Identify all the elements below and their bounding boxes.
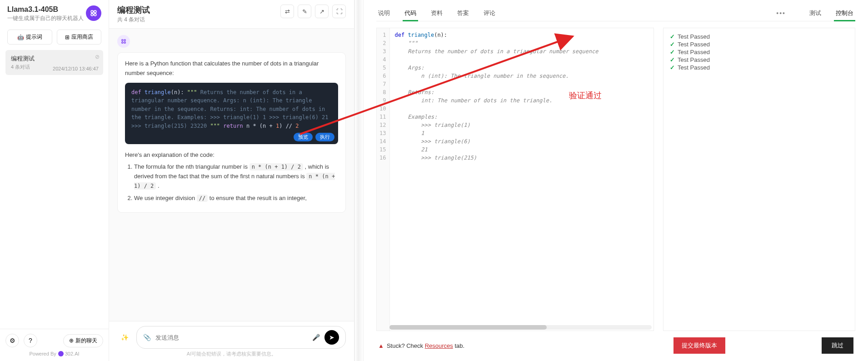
tab-答案[interactable]: 答案	[455, 5, 471, 21]
plus-icon: ⊕	[69, 337, 74, 344]
prompt-button[interactable]: 🤖 提示词	[7, 30, 52, 45]
tab-代码[interactable]: 代码	[403, 5, 418, 21]
fullscreen-button[interactable]: ⛶	[332, 5, 346, 18]
tab-说明[interactable]: 说明	[376, 5, 392, 21]
model-title: Llama3.1-405B	[7, 5, 84, 14]
disclaimer: AI可能会犯错误，请考虑核实重要信息。	[117, 351, 346, 357]
right-panel: 说明代码资料答案评论 ••• 测试控制台 1234567891011121314…	[364, 0, 868, 361]
swap-icon: ⇄	[285, 8, 290, 15]
swap-button[interactable]: ⇄	[280, 5, 294, 18]
left-sidebar: Llama3.1-405B 一键生成属于自己的聊天机器人 🤖 提示词 ⊞ 应用商…	[0, 0, 109, 361]
explain-heading: Here's an explanation of the code:	[125, 150, 338, 160]
model-subtitle: 一键生成属于自己的聊天机器人	[7, 15, 84, 22]
check-icon: ✓	[670, 33, 675, 40]
inline-code: //	[197, 195, 208, 202]
svg-point-1	[94, 10, 96, 13]
pencil-icon: ✎	[302, 8, 307, 15]
magic-button[interactable]: ✨	[117, 330, 132, 345]
skip-button[interactable]: 跳过	[822, 337, 853, 354]
test-result-row: ✓Test Passed	[670, 40, 848, 48]
right-tabs: 说明代码资料答案评论 ••• 测试控制台	[376, 4, 855, 21]
settings-button[interactable]: ⚙	[5, 334, 19, 347]
check-icon: ✓	[670, 56, 675, 63]
submit-button[interactable]: 提交最终版本	[673, 337, 725, 354]
conversation-time: 2024/12/10 13:46:47	[53, 66, 99, 71]
chat-column: 编程测试 共 4 条对话 ⇄ ✎ ↗ ⛶ Here is a Python fu…	[109, 0, 354, 361]
svg-point-0	[91, 10, 93, 13]
resources-link[interactable]: Resources	[425, 342, 453, 349]
check-icon: ✓	[670, 64, 675, 71]
svg-point-5	[124, 40, 125, 41]
grid-icon: ⊞	[65, 34, 70, 40]
send-icon: ➤	[329, 334, 334, 341]
edit-button[interactable]: ✎	[298, 5, 311, 18]
svg-point-6	[122, 42, 123, 43]
help-button[interactable]: ?	[24, 334, 37, 347]
close-icon[interactable]: ⊘	[95, 54, 100, 60]
brand-dot-icon	[58, 351, 64, 356]
test-result-row: ✓Test Passed	[670, 64, 848, 71]
inline-code: n * (n + 1) / 2	[249, 163, 303, 170]
assistant-message: Here is a Python function that calculate…	[117, 52, 346, 213]
execute-button[interactable]: 执行	[315, 133, 334, 141]
horizontal-scrollbar[interactable]	[389, 325, 652, 330]
app-store-button[interactable]: ⊞ 应用商店	[57, 30, 102, 45]
mic-icon[interactable]: 🎤	[312, 334, 320, 341]
chat-subtitle: 共 4 条对话	[117, 16, 150, 24]
sparkle-icon: ✨	[121, 334, 129, 341]
test-results: ✓Test Passed✓Test Passed✓Test Passed✓Tes…	[663, 28, 855, 331]
preview-button[interactable]: 预览	[294, 133, 313, 141]
robot-icon: 🤖	[17, 34, 24, 40]
tab-资料[interactable]: 资料	[429, 5, 444, 21]
check-icon: ✓	[670, 41, 675, 48]
warning-icon: ▲	[378, 342, 384, 349]
svg-point-3	[94, 14, 96, 16]
gear-icon: ⚙	[10, 337, 15, 344]
line-gutter: 12345678910111213141516	[377, 28, 390, 331]
tab-测试[interactable]: 测试	[808, 5, 823, 21]
more-icon[interactable]: •••	[776, 10, 786, 17]
prompt-label: 提示词	[26, 33, 42, 41]
store-label: 应用商店	[71, 33, 93, 41]
input-box: 📎 🎤 ➤	[136, 326, 346, 349]
conversation-item[interactable]: 编程测试 4 条对话 2024/12/10 13:46:47 ⊘	[5, 50, 103, 75]
new-chat-button[interactable]: ⊕ 新的聊天	[63, 334, 103, 347]
chat-title: 编程测试	[117, 5, 150, 15]
tab-控制台[interactable]: 控制台	[834, 5, 855, 21]
test-result-row: ✓Test Passed	[670, 48, 848, 56]
message-intro: Here is a Python function that calculate…	[125, 59, 338, 78]
vertical-divider[interactable]	[354, 0, 364, 361]
code-area[interactable]: def triangle(n): """ Returns the number …	[390, 28, 653, 331]
conversation-title: 编程测试	[11, 55, 98, 63]
svg-point-4	[122, 40, 123, 41]
test-result-row: ✓Test Passed	[670, 56, 848, 64]
check-icon: ✓	[670, 49, 675, 55]
share-icon: ↗	[319, 8, 324, 15]
code-block: def triangle(n): """ Returns the number …	[125, 83, 338, 144]
expand-icon: ⛶	[336, 8, 342, 15]
question-icon: ?	[29, 337, 32, 344]
share-button[interactable]: ↗	[315, 5, 329, 18]
svg-point-2	[91, 14, 93, 16]
svg-point-7	[124, 42, 125, 43]
code-editor[interactable]: 12345678910111213141516 def triangle(n):…	[376, 28, 654, 331]
message-input[interactable]	[155, 334, 308, 341]
brand-icon	[86, 5, 101, 21]
test-result-row: ✓Test Passed	[670, 33, 848, 40]
tab-评论[interactable]: 评论	[482, 5, 497, 21]
explain-item-1: The formula for the nth triangular numbe…	[134, 162, 338, 191]
explain-item-2: We use integer division // to ensure tha…	[134, 194, 338, 203]
powered-by: Powered By 302.AI	[5, 351, 103, 356]
send-button[interactable]: ➤	[324, 330, 339, 345]
assistant-avatar-icon	[117, 35, 130, 48]
stuck-hint: ▲ Stuck? Check Resources tab.	[378, 342, 464, 349]
attach-icon[interactable]: 📎	[143, 334, 151, 341]
new-chat-label: 新的聊天	[75, 337, 97, 345]
